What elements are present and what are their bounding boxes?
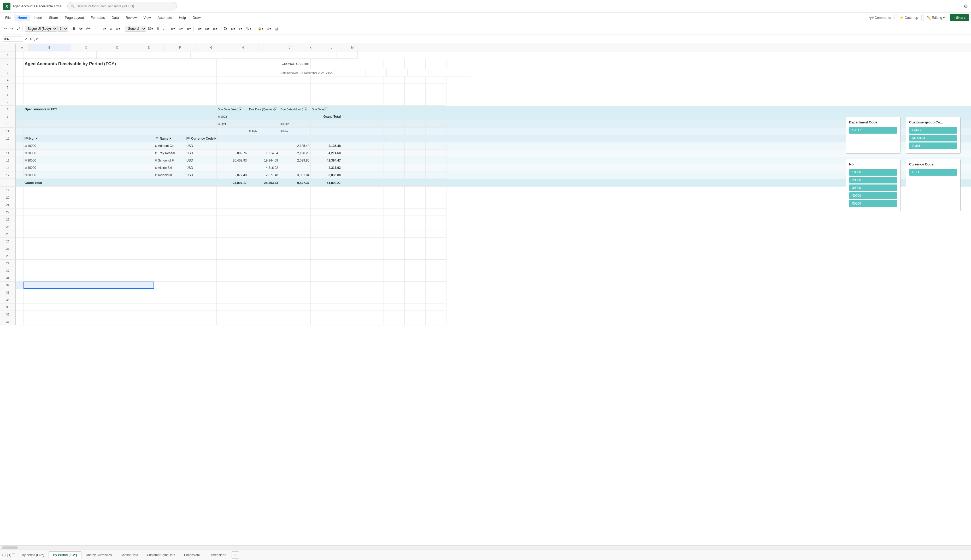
font-selector[interactable]: Segoe UI (Body) [25, 26, 57, 32]
row-13-q2[interactable]: 2,135.48 [279, 142, 311, 150]
due-date-year-filter-icon[interactable]: ▾ [239, 108, 242, 111]
cell-g1[interactable] [190, 52, 222, 59]
no-chip-30000[interactable]: 30000 [849, 185, 897, 191]
undo-button[interactable]: ↩ [3, 26, 8, 31]
qtr1-expand[interactable]: ⊞ [218, 122, 220, 125]
row-14-currency[interactable]: USD [185, 150, 217, 157]
grand-total-cell[interactable]: Grand Total [311, 113, 342, 120]
table-button[interactable]: ⊞▾ [177, 26, 184, 31]
row-17-currency[interactable]: USD [185, 172, 217, 179]
menu-page-layout[interactable]: Page Layout [62, 15, 87, 21]
cell-i1[interactable] [253, 52, 274, 59]
sheet-tab-dimension1[interactable]: Dimension1 [180, 552, 205, 559]
row-15-feb[interactable]: 19,944.69 [248, 157, 279, 164]
cell-b1[interactable] [23, 52, 65, 59]
col-header-l[interactable]: L [321, 44, 342, 51]
sheet-tab-by-period-lcy[interactable]: By period (LCY) [17, 552, 48, 559]
menu-formulas[interactable]: Formulas [87, 15, 108, 21]
row-15-mar[interactable]: 2,039.85 [279, 157, 311, 164]
col-header-d[interactable]: D [102, 44, 133, 51]
col-header-a[interactable]: A [16, 44, 29, 51]
align-button[interactable]: ≡▾ [101, 26, 108, 31]
qtr2-cell[interactable]: ⊞ Qtr2 [279, 120, 311, 128]
row-17-name[interactable]: ⊟Relecloud [154, 172, 185, 179]
col-header-b[interactable]: B [29, 44, 70, 51]
name-filter-checkbox[interactable]: ☑ [155, 137, 159, 140]
currency-filter-dropdown[interactable]: ▾ [214, 137, 217, 140]
menu-insert[interactable]: Insert [30, 15, 45, 21]
cell-m1[interactable] [337, 52, 358, 59]
cg-chip-large[interactable]: LARGE [909, 127, 957, 133]
no-col-label[interactable]: ☑ No. ▾ [23, 135, 154, 142]
row-14-q1[interactable]: 809.76 [217, 150, 248, 157]
col-header-m[interactable]: M [342, 44, 363, 51]
row-15-total[interactable]: 42,394.47 [311, 157, 342, 164]
feb-cell[interactable]: ⊞ Feb [248, 128, 279, 135]
due-date-quarter-filter-icon[interactable]: ▾ [274, 108, 277, 111]
add-sheet-button[interactable]: + [232, 552, 239, 559]
sheet-tab-dimension2[interactable]: Dimension2 [205, 552, 230, 559]
no-filter-dropdown[interactable]: ▾ [35, 137, 38, 140]
sheet-tab-due-by-currencies[interactable]: Due by Currencies [82, 552, 116, 559]
cell-c1[interactable] [65, 52, 97, 59]
row-16-total[interactable]: 4,316.92 [311, 164, 342, 172]
due-date-quarter-header[interactable]: Due Date (Quarter) ▾ [248, 106, 279, 113]
row-14-no[interactable]: ⊟20000 [23, 150, 154, 157]
indent-button[interactable]: ⊕ [108, 26, 114, 31]
fill-button[interactable]: ⊟▾ [230, 26, 237, 31]
report-title-cell[interactable]: Aged Accounts Receivable by Period (FCY) [23, 59, 154, 69]
due-date-year-header[interactable]: Due Date (Year) ▾ [217, 106, 248, 113]
find-button[interactable]: 🔍▾ [244, 26, 253, 31]
font-size-selector[interactable]: 10 [57, 26, 68, 32]
comma-button[interactable]: , [162, 26, 165, 31]
sheet-tab-by-period-fcy[interactable]: By Period (FCY) [48, 552, 81, 559]
more-button[interactable]: ··· [92, 26, 98, 31]
due-date-month-filter-icon[interactable]: ▾ [304, 108, 307, 111]
pivot-open-amounts-label[interactable]: Open amounts in FCY [23, 106, 154, 113]
catchup-button[interactable]: ⚡ Catch up [896, 14, 922, 21]
col-header-f[interactable]: F [165, 44, 196, 51]
grid-button[interactable]: ⊞▾ [265, 26, 273, 31]
no-chip-20000[interactable]: 20000 [849, 177, 897, 183]
sheet-nav-prev-prev[interactable]: ⟨⟨ [2, 553, 5, 557]
feb-expand[interactable]: ⊞ [249, 130, 251, 133]
due-date-header[interactable]: Due Date ▾ [311, 106, 342, 113]
menu-automate[interactable]: Automate [155, 15, 175, 21]
horizontal-scrollbar[interactable] [0, 545, 971, 550]
menu-draw[interactable]: Draw [190, 15, 204, 21]
row-13-name[interactable]: ⊟Adatum Co [154, 142, 185, 150]
menu-help[interactable]: Help [176, 15, 189, 21]
sheet-nav-prev[interactable]: ⟨ [5, 553, 7, 557]
due-date-filter-icon[interactable]: ▾ [325, 108, 327, 111]
col-header-k[interactable]: K [300, 44, 321, 51]
row-17-q1[interactable]: 2,877.48 [217, 172, 248, 179]
cell-styles-button[interactable]: ▦▾ [185, 26, 192, 31]
row-15-currency[interactable]: USD [185, 157, 217, 164]
settings-icon[interactable]: ⚙ [964, 3, 968, 9]
row-16-name[interactable]: ⊟Alpine Ski I [154, 164, 185, 172]
function-icon[interactable]: ƒx [34, 37, 38, 41]
search-box[interactable]: 🔍 Search for tools, help, and more (Alt … [67, 2, 177, 10]
percent-button[interactable]: % [155, 26, 161, 31]
no-chip-50000[interactable]: 50000 [849, 200, 897, 207]
no-chip-40000[interactable]: 40000 [849, 192, 897, 199]
grand-total-mar[interactable]: 9,447.37 [279, 179, 311, 187]
dept-chip-sales[interactable]: SALES [849, 127, 897, 133]
share-button[interactable]: ↑ Share [950, 14, 969, 21]
cell-l1[interactable] [316, 52, 337, 59]
menu-home[interactable]: Home [14, 15, 30, 21]
cg-chip-medium[interactable]: MEDIUM [909, 135, 957, 142]
cell-a3[interactable] [16, 69, 23, 77]
row-13-currency[interactable]: USD [185, 142, 217, 150]
cell-e1[interactable] [128, 52, 159, 59]
formula-check-icon[interactable]: ✓ [25, 37, 28, 41]
mar-cell[interactable]: ⊞ Mar [279, 128, 311, 135]
row-17-total[interactable]: 8,836.80 [311, 172, 342, 179]
col-header-g[interactable]: G [196, 44, 227, 51]
grand-total-q1[interactable]: 24,097.17 [217, 179, 248, 187]
row-14-feb[interactable]: 1,214.64 [248, 150, 279, 157]
cell-f1[interactable] [159, 52, 190, 59]
scroll-thumb[interactable] [2, 547, 18, 549]
sum-button[interactable]: Σ▾ [222, 26, 229, 31]
row-14-total[interactable]: 4,214.60 [311, 150, 342, 157]
